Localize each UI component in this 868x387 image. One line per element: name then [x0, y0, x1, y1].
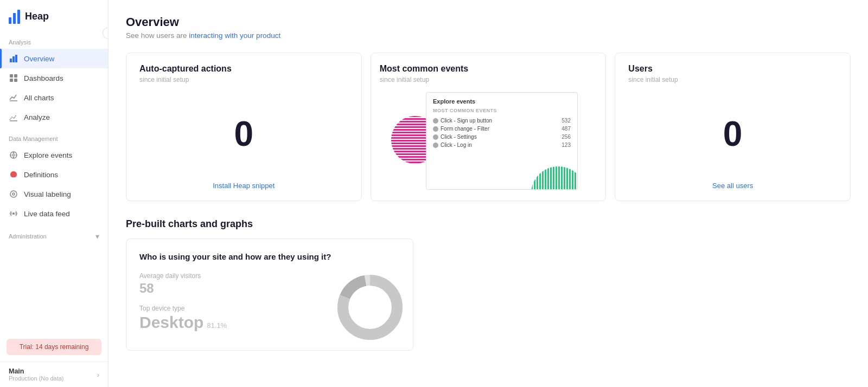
event-name-2: Click - Settings: [441, 134, 559, 140]
event-row-2: Click - Settings 256: [433, 133, 571, 141]
event-name-3: Click - Log in: [441, 142, 559, 148]
sidebar-item-analyze[interactable]: Analyze: [0, 107, 108, 127]
event-icon-0: [433, 118, 438, 124]
live-data-feed-icon: [9, 209, 18, 218]
svg-rect-55: [577, 156, 578, 190]
sidebar-item-all-charts-label: All charts: [24, 94, 54, 102]
auto-captured-subtitle: since initial setup: [139, 76, 348, 83]
heap-logo-icon: [9, 9, 21, 24]
device-type-stat: Top device type Desktop 81.1%: [139, 305, 324, 332]
svg-rect-4: [12, 56, 15, 62]
sidebar-item-definitions[interactable]: Definitions: [0, 165, 108, 184]
sidebar-bottom: Trial: 14 days remaining: [0, 332, 108, 362]
svg-rect-6: [10, 74, 13, 78]
device-type-pct: 81.1%: [207, 321, 227, 330]
all-charts-icon: [9, 93, 18, 102]
see-all-users-link[interactable]: See all users: [628, 182, 837, 190]
avg-visitors-label: Average daily visitors: [139, 272, 324, 280]
svg-rect-46: [553, 156, 554, 190]
event-icon-2: [433, 134, 438, 140]
sidebar-item-live-data-feed-label: Live data feed: [24, 210, 70, 218]
visual-labeling-icon: [9, 189, 18, 199]
svg-point-12: [10, 191, 17, 197]
svg-rect-0: [9, 17, 11, 24]
sidebar-item-explore-events[interactable]: Explore events: [0, 145, 108, 165]
svg-rect-51: [566, 156, 568, 190]
svg-point-13: [12, 193, 15, 195]
administration-section-label: Administration ▾: [0, 223, 108, 244]
svg-rect-1: [13, 13, 16, 24]
event-row-3: Click - Log in 123: [433, 141, 571, 149]
trial-badge: Trial: 14 days remaining: [7, 339, 101, 355]
main-content: Overview See how users are interacting w…: [108, 0, 868, 387]
event-row-1: Form change - Filter 487: [433, 125, 571, 133]
svg-rect-54: [575, 156, 576, 190]
svg-rect-48: [558, 156, 560, 190]
page-title: Overview: [126, 15, 851, 29]
sidebar-item-all-charts[interactable]: All charts: [0, 88, 108, 107]
svg-rect-40: [537, 156, 538, 190]
overview-icon: [9, 54, 18, 63]
sidebar-item-overview[interactable]: Overview: [0, 49, 108, 68]
sidebar-item-live-data-feed[interactable]: Live data feed: [0, 204, 108, 223]
sidebar-item-visual-labeling[interactable]: Visual labeling: [0, 184, 108, 204]
event-name-1: Form change - Filter: [441, 126, 559, 132]
svg-rect-7: [14, 74, 17, 78]
explore-events-label: Explore events: [433, 98, 571, 105]
analysis-section-label: Analysis: [0, 30, 108, 49]
svg-rect-50: [564, 156, 565, 190]
page-header: Overview See how users are interacting w…: [126, 15, 851, 40]
auto-captured-title: Auto-captured actions: [139, 64, 348, 74]
svg-rect-49: [561, 156, 563, 190]
events-label: MOST COMMON EVENTS: [433, 108, 571, 113]
events-card-inner: Explore events MOST COMMON EVENTS Click …: [380, 92, 597, 190]
install-heap-snippet-link[interactable]: Install Heap snippet: [139, 182, 348, 190]
svg-rect-9: [14, 79, 17, 82]
prebuilt-card-inner: Average daily visitors 58 Top device typ…: [139, 272, 400, 337]
svg-rect-44: [547, 156, 549, 190]
avg-visitors-stat: Average daily visitors 58: [139, 272, 324, 296]
explore-events-icon: [9, 150, 18, 160]
users-card-title: Users: [628, 64, 837, 74]
prebuilt-card-title: Who is using your site and how are they …: [139, 252, 400, 261]
workspace-chevron-icon: ›: [97, 371, 99, 379]
svg-rect-3: [10, 59, 12, 62]
sidebar-item-dashboards[interactable]: Dashboards: [0, 68, 108, 88]
sidebar: Heap ‹ Analysis Overview Dashboards: [0, 0, 108, 387]
event-count-0: 532: [561, 118, 571, 124]
definitions-icon: [9, 170, 18, 179]
most-common-events-card: Most common events since initial setup: [371, 53, 607, 201]
page-subtitle-link[interactable]: interacting with your product: [189, 31, 280, 40]
green-half-circle: [531, 156, 578, 190]
cards-row: Auto-captured actions since initial setu…: [126, 53, 851, 201]
event-name-0: Click - Sign up button: [441, 118, 559, 124]
device-type-label: Top device type: [139, 305, 324, 312]
prebuilt-stats: Average daily visitors 58 Top device typ…: [139, 272, 324, 332]
svg-rect-8: [10, 79, 13, 82]
svg-rect-47: [556, 156, 557, 190]
svg-rect-43: [545, 156, 546, 190]
sidebar-item-overview-label: Overview: [24, 55, 54, 63]
event-count-1: 487: [561, 126, 571, 132]
most-common-subtitle: since initial setup: [380, 76, 597, 83]
device-type-value: Desktop: [139, 313, 203, 332]
svg-rect-39: [534, 156, 535, 190]
event-row-0: Click - Sign up button 532: [433, 117, 571, 125]
svg-rect-42: [542, 156, 544, 190]
workspace-info[interactable]: Main Production (No data) ›: [0, 362, 108, 387]
avg-visitors-value: 58: [139, 281, 324, 296]
svg-rect-38: [531, 156, 533, 190]
events-preview-panel: Explore events MOST COMMON EVENTS Click …: [426, 92, 578, 190]
analyze-icon: [9, 112, 18, 122]
sidebar-item-analyze-label: Analyze: [24, 113, 50, 121]
logo-text: Heap: [25, 11, 49, 22]
sidebar-item-definitions-label: Definitions: [24, 171, 58, 179]
event-count-3: 123: [561, 142, 571, 148]
svg-rect-41: [539, 156, 541, 190]
users-card: Users since initial setup 0 See all user…: [615, 53, 851, 201]
event-icon-1: [433, 126, 438, 132]
svg-rect-45: [550, 156, 552, 190]
page-subtitle-static: See how users are: [126, 31, 189, 40]
svg-rect-53: [572, 156, 573, 190]
svg-point-14: [12, 212, 15, 215]
